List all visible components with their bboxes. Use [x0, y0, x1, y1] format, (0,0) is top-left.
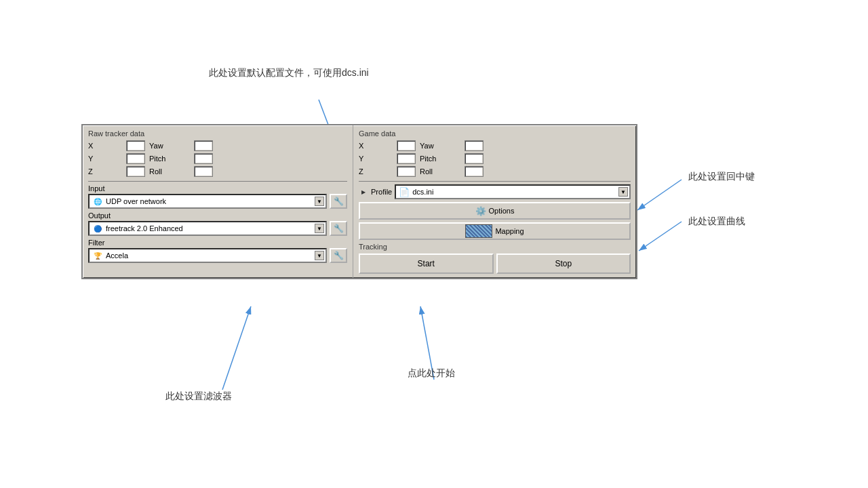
filter-wrench-button[interactable]: 🔧	[330, 248, 347, 263]
mapping-icon	[465, 224, 492, 238]
profile-dropdown-arrow[interactable]: ▼	[618, 187, 628, 197]
raw-yaw-value	[194, 140, 213, 151]
output-icon: 🔵	[92, 223, 103, 234]
annotation-filter: 此处设置滤波器	[165, 390, 232, 403]
output-dropdown-arrow[interactable]: ▼	[315, 224, 324, 233]
raw-pitch-label: Pitch	[149, 155, 190, 163]
input-section-label: Input	[88, 184, 115, 192]
options-button[interactable]: ⚙️ Options	[359, 202, 631, 220]
input-icon: 🌐	[92, 196, 103, 207]
raw-pitch-value	[194, 153, 213, 164]
output-section-label: Output	[88, 211, 115, 220]
raw-y-label: Y	[88, 155, 122, 163]
start-button[interactable]: Start	[359, 253, 493, 274]
raw-roll-value	[194, 166, 213, 177]
start-label: Start	[418, 259, 435, 268]
start-stop-row: Start Stop	[359, 253, 631, 274]
game-yaw-value	[465, 140, 484, 151]
svg-line-3	[639, 222, 682, 251]
raw-z-value	[126, 166, 145, 177]
game-data-label: Game data	[359, 129, 631, 138]
profile-triangle[interactable]: ▶	[359, 184, 368, 199]
filter-dropdown-arrow[interactable]: ▼	[315, 251, 324, 260]
profile-value: dcs.ini	[412, 188, 433, 196]
profile-row: ▶ Profile 📄 dcs.ini ▼	[359, 184, 631, 199]
raw-x-value	[126, 140, 145, 151]
output-wrench-button[interactable]: 🔧	[330, 221, 347, 236]
raw-z-label: Z	[88, 167, 122, 176]
game-y-label: Y	[359, 155, 393, 163]
raw-roll-label: Roll	[149, 167, 190, 176]
input-value: UDP over network	[106, 197, 166, 205]
raw-x-label: X	[88, 142, 122, 150]
filter-section-label: Filter	[88, 239, 115, 247]
game-pitch-label: Pitch	[420, 155, 460, 163]
game-z-label: Z	[359, 167, 393, 176]
input-dropdown[interactable]: 🌐 UDP over network ▼	[88, 194, 327, 209]
game-data-panel: Game data X Yaw Y Pitch Z Roll ▶ Pr	[353, 125, 636, 278]
raw-yaw-label: Yaw	[149, 142, 190, 150]
tracking-section: Tracking Start Stop	[359, 243, 631, 274]
svg-line-2	[637, 180, 682, 210]
main-dialog: Raw tracker data X Yaw Y Pitch Z Roll	[81, 124, 637, 279]
profile-label: Profile	[371, 188, 392, 196]
annotation-config: 此处设置默认配置文件，可使用dcs.ini	[209, 67, 369, 79]
options-label: Options	[489, 207, 515, 215]
mapping-label: Mapping	[495, 227, 524, 235]
mapping-button[interactable]: Mapping	[359, 222, 631, 240]
raw-tracker-label: Raw tracker data	[88, 129, 347, 138]
raw-tracker-panel: Raw tracker data X Yaw Y Pitch Z Roll	[83, 125, 353, 278]
tracking-label: Tracking	[359, 243, 631, 251]
output-value: freetrack 2.0 Enhanced	[106, 224, 183, 232]
raw-y-value	[126, 153, 145, 164]
stop-label: Stop	[555, 259, 572, 268]
profile-dropdown[interactable]: 📄 dcs.ini ▼	[395, 184, 631, 199]
input-wrench-button[interactable]: 🔧	[330, 194, 347, 209]
game-roll-value	[465, 166, 484, 177]
input-row: 🌐 UDP over network ▼ 🔧	[88, 194, 347, 209]
stop-button[interactable]: Stop	[496, 253, 631, 274]
filter-icon: 🏆	[92, 250, 103, 261]
annotation-curve: 此处设置曲线	[688, 216, 745, 228]
annotation-start: 点此处开始	[408, 367, 455, 380]
game-z-value	[397, 166, 416, 177]
game-roll-label: Roll	[420, 167, 460, 176]
filter-row: 🏆 Accela ▼ 🔧	[88, 248, 347, 263]
game-y-value	[397, 153, 416, 164]
profile-file-icon: 📄	[399, 187, 410, 197]
filter-value: Accela	[106, 251, 128, 260]
annotation-center-key: 此处设置回中键	[688, 171, 755, 183]
output-row: 🔵 freetrack 2.0 Enhanced ▼ 🔧	[88, 221, 347, 236]
options-icon: ⚙️	[475, 206, 486, 216]
game-yaw-label: Yaw	[420, 142, 460, 150]
svg-line-4	[222, 306, 251, 390]
output-dropdown[interactable]: 🔵 freetrack 2.0 Enhanced ▼	[88, 221, 327, 236]
filter-dropdown[interactable]: 🏆 Accela ▼	[88, 248, 327, 263]
game-x-value	[397, 140, 416, 151]
game-x-label: X	[359, 142, 393, 150]
input-dropdown-arrow[interactable]: ▼	[315, 197, 324, 206]
game-pitch-value	[465, 153, 484, 164]
